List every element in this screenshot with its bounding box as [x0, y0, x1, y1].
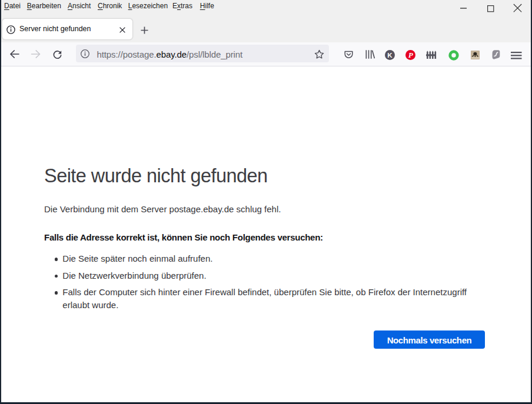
- svg-text:P: P: [408, 51, 414, 59]
- svg-text:K: K: [387, 51, 393, 58]
